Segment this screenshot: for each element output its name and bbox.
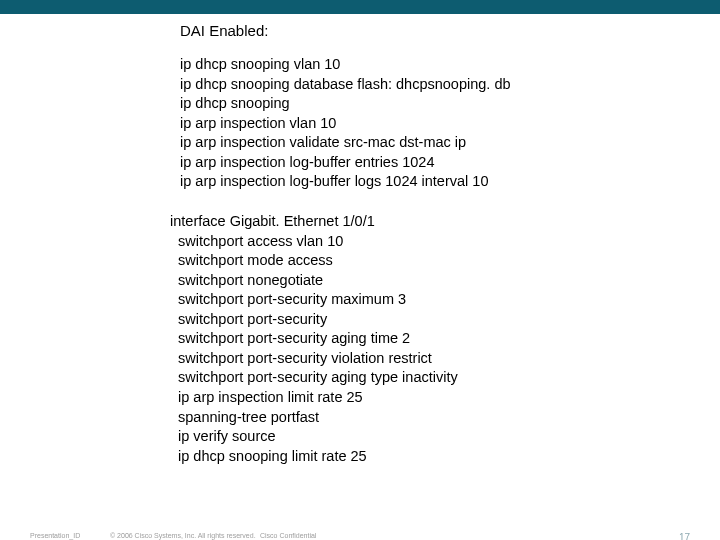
footer-presentation-id: Presentation_ID bbox=[30, 532, 80, 539]
header-bar bbox=[0, 0, 720, 14]
slide-content: DAI Enabled: ip dhcp snooping vlan 10 ip… bbox=[0, 14, 720, 466]
footer-confidential: Cisco Confidential bbox=[260, 532, 316, 539]
slide-title: DAI Enabled: bbox=[180, 22, 720, 39]
footer-page-number: 17 bbox=[679, 532, 690, 540]
footer-copyright: © 2006 Cisco Systems, Inc. All rights re… bbox=[110, 532, 256, 539]
global-config-block: ip dhcp snooping vlan 10 ip dhcp snoopin… bbox=[180, 55, 720, 192]
interface-config-block: interface Gigabit. Ethernet 1/0/1 switch… bbox=[170, 212, 720, 466]
